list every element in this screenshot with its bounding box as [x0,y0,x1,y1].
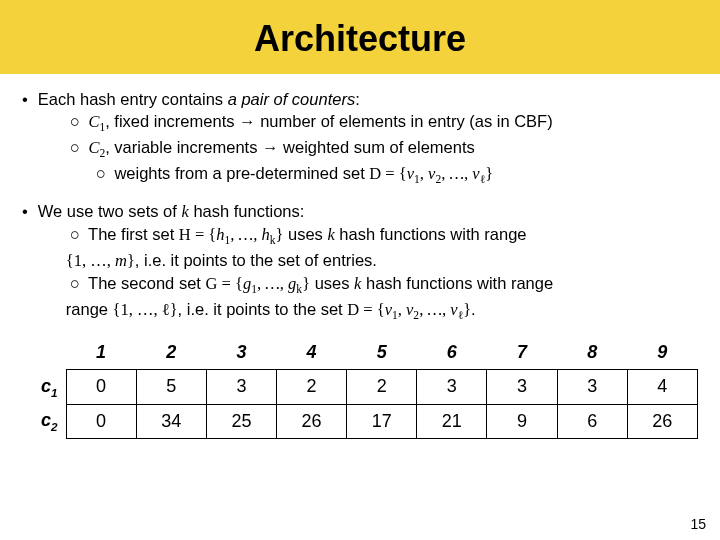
cell: 34 [136,404,206,439]
d-set: D = {v1, v2, …, vℓ} [369,164,493,183]
table-header-row: 1 2 3 4 5 6 7 8 9 [22,336,698,370]
text: uses [310,274,354,292]
h-set: H = {h1, …, hk} [179,225,284,244]
cell: 3 [206,370,276,405]
cell: 25 [206,404,276,439]
col-header: 1 [66,336,136,370]
table-corner [22,336,66,370]
k-var: k [327,225,334,244]
col-header: 9 [627,336,697,370]
c2-symbol: C2 [88,138,105,157]
circle-bullet-icon: ○ [66,136,84,158]
cell: 2 [276,370,346,405]
text: , i.e. it points to the set [178,300,348,318]
d-set-2: D = {v1, v2, …, vℓ} [347,300,471,319]
col-header: 7 [487,336,557,370]
col-header: 3 [206,336,276,370]
row-label-c2: c2 [22,404,66,439]
text: . [471,300,476,318]
range-1m: {1, …, m} [66,251,135,270]
col-header: 4 [276,336,346,370]
range-1l: {1, …, ℓ} [113,300,178,319]
cell: 21 [417,404,487,439]
col-header: 6 [417,336,487,370]
italic-text: a pair of counters [228,90,356,108]
cell: 6 [557,404,627,439]
text: Each hash entry contains [38,90,223,108]
cell: 4 [627,370,697,405]
col-header: 2 [136,336,206,370]
page-number: 15 [690,516,706,532]
circle-bullet-icon: ○ [66,110,84,132]
text: weights from a pre-determined set [114,164,369,182]
cell: 3 [487,370,557,405]
text: hash functions with range [361,274,553,292]
k-var: k [181,202,188,221]
text: The second set [88,274,205,292]
text: : [355,90,360,108]
text: range [66,300,113,318]
bullet-dot-icon: • [22,88,28,188]
table-row: c2 0 34 25 26 17 21 9 6 26 [22,404,698,439]
slide-content: • Each hash entry contains a pair of cou… [0,74,720,324]
cell: 26 [276,404,346,439]
bullet-counters: • Each hash entry contains a pair of cou… [22,88,698,188]
cell: 17 [347,404,417,439]
g-set: G = {g1, …, gk} [205,274,310,293]
cell: 3 [557,370,627,405]
page-title: Architecture [0,18,720,60]
text: uses [283,225,327,243]
text: , variable increments → weighted sum of … [105,138,475,156]
text: We use two sets of [38,202,182,220]
cell: 5 [136,370,206,405]
cell: 3 [417,370,487,405]
text: hash functions with range [335,225,527,243]
title-band: Architecture [0,0,720,74]
cell: 9 [487,404,557,439]
circle-bullet-icon: ○ [66,223,84,245]
bullet-hashfns: • We use two sets of k hash functions: ○… [22,200,698,324]
cell: 26 [627,404,697,439]
col-header: 8 [557,336,627,370]
circle-bullet-icon: ○ [66,272,84,294]
text: hash functions: [189,202,305,220]
bullet-dot-icon: • [22,200,28,324]
cell: 0 [66,404,136,439]
row-label-c1: c1 [22,370,66,405]
cell: 0 [66,370,136,405]
circle-bullet-icon: ○ [92,162,110,184]
counter-table: 1 2 3 4 5 6 7 8 9 c1 0 5 3 2 2 3 3 3 [22,336,698,439]
text: , fixed increments → number of elements … [105,112,553,130]
cell: 2 [347,370,417,405]
text: , i.e. it points to the set of entries. [135,251,377,269]
table-row: c1 0 5 3 2 2 3 3 3 4 [22,370,698,405]
col-header: 5 [347,336,417,370]
c1-symbol: C1 [88,112,105,131]
text: The first set [88,225,179,243]
